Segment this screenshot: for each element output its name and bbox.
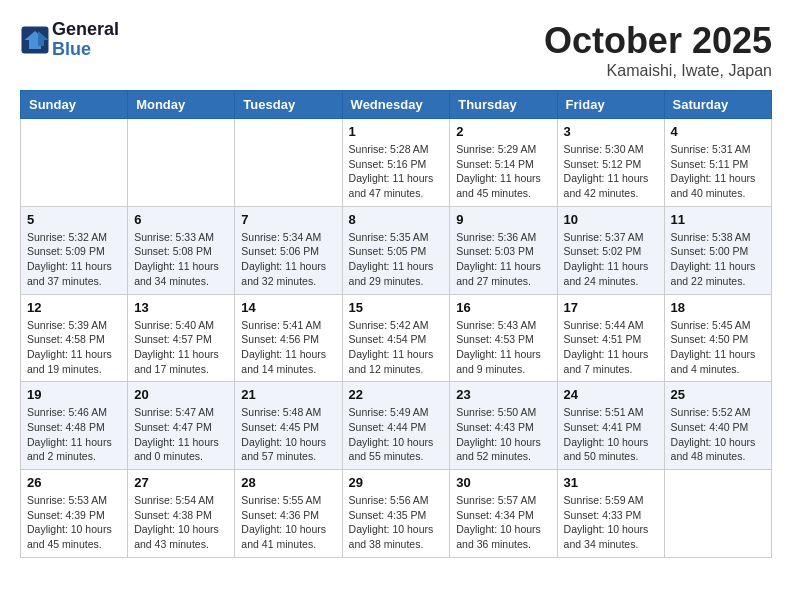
day-number: 25 xyxy=(671,387,765,402)
day-info: Sunrise: 5:53 AM Sunset: 4:39 PM Dayligh… xyxy=(27,493,121,552)
day-info: Sunrise: 5:28 AM Sunset: 5:16 PM Dayligh… xyxy=(349,142,444,201)
day-info: Sunrise: 5:56 AM Sunset: 4:35 PM Dayligh… xyxy=(349,493,444,552)
calendar-day-cell xyxy=(128,119,235,207)
day-number: 19 xyxy=(27,387,121,402)
calendar-day-cell: 21Sunrise: 5:48 AM Sunset: 4:45 PM Dayli… xyxy=(235,382,342,470)
day-info: Sunrise: 5:59 AM Sunset: 4:33 PM Dayligh… xyxy=(564,493,658,552)
calendar-day-header: Tuesday xyxy=(235,91,342,119)
calendar-day-cell: 22Sunrise: 5:49 AM Sunset: 4:44 PM Dayli… xyxy=(342,382,450,470)
calendar-week-row: 26Sunrise: 5:53 AM Sunset: 4:39 PM Dayli… xyxy=(21,470,772,558)
day-number: 17 xyxy=(564,300,658,315)
calendar-day-cell: 19Sunrise: 5:46 AM Sunset: 4:48 PM Dayli… xyxy=(21,382,128,470)
calendar-day-header: Monday xyxy=(128,91,235,119)
day-info: Sunrise: 5:39 AM Sunset: 4:58 PM Dayligh… xyxy=(27,318,121,377)
calendar-table: SundayMondayTuesdayWednesdayThursdayFrid… xyxy=(20,90,772,558)
day-number: 24 xyxy=(564,387,658,402)
calendar-week-row: 5Sunrise: 5:32 AM Sunset: 5:09 PM Daylig… xyxy=(21,206,772,294)
calendar-day-header: Wednesday xyxy=(342,91,450,119)
day-number: 23 xyxy=(456,387,550,402)
day-number: 22 xyxy=(349,387,444,402)
calendar-day-header: Friday xyxy=(557,91,664,119)
day-info: Sunrise: 5:29 AM Sunset: 5:14 PM Dayligh… xyxy=(456,142,550,201)
calendar-day-cell: 29Sunrise: 5:56 AM Sunset: 4:35 PM Dayli… xyxy=(342,470,450,558)
day-number: 10 xyxy=(564,212,658,227)
calendar-day-cell: 24Sunrise: 5:51 AM Sunset: 4:41 PM Dayli… xyxy=(557,382,664,470)
day-info: Sunrise: 5:54 AM Sunset: 4:38 PM Dayligh… xyxy=(134,493,228,552)
day-number: 27 xyxy=(134,475,228,490)
calendar-day-cell: 23Sunrise: 5:50 AM Sunset: 4:43 PM Dayli… xyxy=(450,382,557,470)
logo: General Blue xyxy=(20,20,119,60)
day-info: Sunrise: 5:49 AM Sunset: 4:44 PM Dayligh… xyxy=(349,405,444,464)
calendar-day-cell xyxy=(21,119,128,207)
day-number: 5 xyxy=(27,212,121,227)
calendar-day-cell: 16Sunrise: 5:43 AM Sunset: 4:53 PM Dayli… xyxy=(450,294,557,382)
day-info: Sunrise: 5:30 AM Sunset: 5:12 PM Dayligh… xyxy=(564,142,658,201)
day-info: Sunrise: 5:32 AM Sunset: 5:09 PM Dayligh… xyxy=(27,230,121,289)
day-info: Sunrise: 5:47 AM Sunset: 4:47 PM Dayligh… xyxy=(134,405,228,464)
day-number: 29 xyxy=(349,475,444,490)
calendar-day-cell: 2Sunrise: 5:29 AM Sunset: 5:14 PM Daylig… xyxy=(450,119,557,207)
day-number: 12 xyxy=(27,300,121,315)
day-number: 26 xyxy=(27,475,121,490)
calendar-day-cell: 6Sunrise: 5:33 AM Sunset: 5:08 PM Daylig… xyxy=(128,206,235,294)
day-number: 21 xyxy=(241,387,335,402)
calendar-day-cell: 13Sunrise: 5:40 AM Sunset: 4:57 PM Dayli… xyxy=(128,294,235,382)
calendar-day-cell: 15Sunrise: 5:42 AM Sunset: 4:54 PM Dayli… xyxy=(342,294,450,382)
day-info: Sunrise: 5:46 AM Sunset: 4:48 PM Dayligh… xyxy=(27,405,121,464)
day-number: 7 xyxy=(241,212,335,227)
logo-line2: Blue xyxy=(52,40,119,60)
calendar-day-cell: 31Sunrise: 5:59 AM Sunset: 4:33 PM Dayli… xyxy=(557,470,664,558)
day-info: Sunrise: 5:36 AM Sunset: 5:03 PM Dayligh… xyxy=(456,230,550,289)
day-number: 6 xyxy=(134,212,228,227)
calendar-day-cell: 25Sunrise: 5:52 AM Sunset: 4:40 PM Dayli… xyxy=(664,382,771,470)
calendar-day-cell: 7Sunrise: 5:34 AM Sunset: 5:06 PM Daylig… xyxy=(235,206,342,294)
day-info: Sunrise: 5:51 AM Sunset: 4:41 PM Dayligh… xyxy=(564,405,658,464)
day-info: Sunrise: 5:33 AM Sunset: 5:08 PM Dayligh… xyxy=(134,230,228,289)
day-number: 3 xyxy=(564,124,658,139)
day-info: Sunrise: 5:38 AM Sunset: 5:00 PM Dayligh… xyxy=(671,230,765,289)
page-header: General Blue October 2025 Kamaishi, Iwat… xyxy=(20,20,772,80)
day-info: Sunrise: 5:50 AM Sunset: 4:43 PM Dayligh… xyxy=(456,405,550,464)
calendar-day-cell: 3Sunrise: 5:30 AM Sunset: 5:12 PM Daylig… xyxy=(557,119,664,207)
day-info: Sunrise: 5:41 AM Sunset: 4:56 PM Dayligh… xyxy=(241,318,335,377)
day-info: Sunrise: 5:44 AM Sunset: 4:51 PM Dayligh… xyxy=(564,318,658,377)
calendar-day-cell: 28Sunrise: 5:55 AM Sunset: 4:36 PM Dayli… xyxy=(235,470,342,558)
calendar-header-row: SundayMondayTuesdayWednesdayThursdayFrid… xyxy=(21,91,772,119)
day-number: 16 xyxy=(456,300,550,315)
day-info: Sunrise: 5:37 AM Sunset: 5:02 PM Dayligh… xyxy=(564,230,658,289)
calendar-day-cell: 1Sunrise: 5:28 AM Sunset: 5:16 PM Daylig… xyxy=(342,119,450,207)
logo-line1: General xyxy=(52,20,119,40)
day-number: 15 xyxy=(349,300,444,315)
day-number: 28 xyxy=(241,475,335,490)
calendar-week-row: 1Sunrise: 5:28 AM Sunset: 5:16 PM Daylig… xyxy=(21,119,772,207)
calendar-day-cell: 8Sunrise: 5:35 AM Sunset: 5:05 PM Daylig… xyxy=(342,206,450,294)
day-number: 8 xyxy=(349,212,444,227)
day-info: Sunrise: 5:31 AM Sunset: 5:11 PM Dayligh… xyxy=(671,142,765,201)
month-title: October 2025 xyxy=(544,20,772,62)
calendar-day-cell: 14Sunrise: 5:41 AM Sunset: 4:56 PM Dayli… xyxy=(235,294,342,382)
day-number: 13 xyxy=(134,300,228,315)
calendar-day-cell: 26Sunrise: 5:53 AM Sunset: 4:39 PM Dayli… xyxy=(21,470,128,558)
calendar-day-cell: 27Sunrise: 5:54 AM Sunset: 4:38 PM Dayli… xyxy=(128,470,235,558)
title-section: October 2025 Kamaishi, Iwate, Japan xyxy=(544,20,772,80)
location-title: Kamaishi, Iwate, Japan xyxy=(544,62,772,80)
calendar-day-cell: 17Sunrise: 5:44 AM Sunset: 4:51 PM Dayli… xyxy=(557,294,664,382)
day-info: Sunrise: 5:45 AM Sunset: 4:50 PM Dayligh… xyxy=(671,318,765,377)
day-number: 9 xyxy=(456,212,550,227)
day-number: 31 xyxy=(564,475,658,490)
calendar-day-cell: 5Sunrise: 5:32 AM Sunset: 5:09 PM Daylig… xyxy=(21,206,128,294)
day-info: Sunrise: 5:52 AM Sunset: 4:40 PM Dayligh… xyxy=(671,405,765,464)
day-number: 2 xyxy=(456,124,550,139)
calendar-week-row: 12Sunrise: 5:39 AM Sunset: 4:58 PM Dayli… xyxy=(21,294,772,382)
calendar-day-header: Thursday xyxy=(450,91,557,119)
calendar-day-header: Sunday xyxy=(21,91,128,119)
day-info: Sunrise: 5:57 AM Sunset: 4:34 PM Dayligh… xyxy=(456,493,550,552)
calendar-day-cell: 30Sunrise: 5:57 AM Sunset: 4:34 PM Dayli… xyxy=(450,470,557,558)
day-number: 1 xyxy=(349,124,444,139)
calendar-day-cell xyxy=(664,470,771,558)
calendar-day-cell: 18Sunrise: 5:45 AM Sunset: 4:50 PM Dayli… xyxy=(664,294,771,382)
day-info: Sunrise: 5:55 AM Sunset: 4:36 PM Dayligh… xyxy=(241,493,335,552)
day-number: 4 xyxy=(671,124,765,139)
day-number: 11 xyxy=(671,212,765,227)
day-info: Sunrise: 5:42 AM Sunset: 4:54 PM Dayligh… xyxy=(349,318,444,377)
